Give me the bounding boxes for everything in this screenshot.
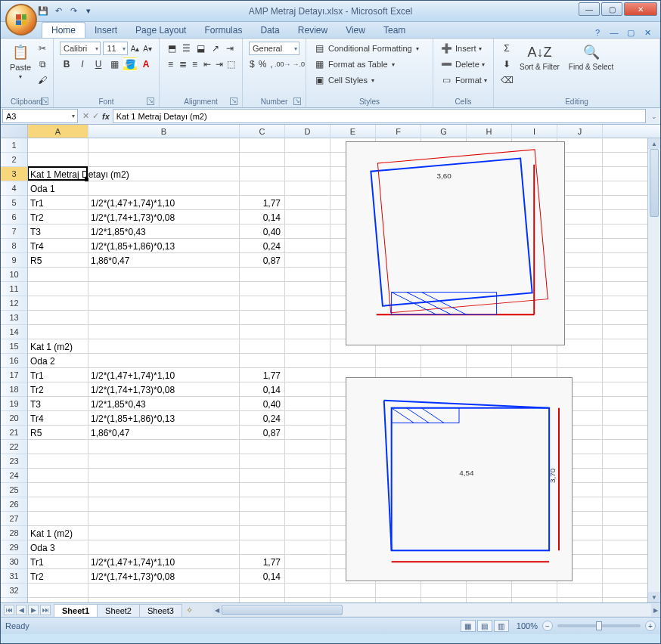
col-header-J[interactable]: J bbox=[557, 125, 603, 138]
hscroll-thumb[interactable] bbox=[222, 605, 343, 615]
row-header[interactable]: 21 bbox=[1, 426, 27, 440]
align-bottom-button[interactable]: ⬓ bbox=[194, 42, 206, 55]
wrap-text-button[interactable]: ⇥ bbox=[224, 42, 236, 55]
sheet-nav-next-icon[interactable]: ▶ bbox=[28, 605, 39, 615]
percent-format-button[interactable]: % bbox=[258, 57, 268, 71]
cell[interactable]: 1/2*(1,47+1,74)*1,10 bbox=[88, 368, 240, 382]
row-header[interactable]: 17 bbox=[1, 368, 27, 382]
align-center-button[interactable]: ≣ bbox=[178, 57, 188, 71]
doc-close-icon[interactable]: ✕ bbox=[642, 27, 653, 38]
cell[interactable]: Tr2 bbox=[28, 210, 88, 224]
scroll-right-icon[interactable]: ▶ bbox=[651, 604, 660, 616]
copy-button[interactable]: ⧉ bbox=[36, 57, 49, 71]
scroll-left-icon[interactable]: ◀ bbox=[213, 604, 222, 616]
tab-team[interactable]: Team bbox=[374, 23, 414, 38]
row-header[interactable]: 20 bbox=[1, 411, 27, 426]
qat-save-icon[interactable]: 💾 bbox=[37, 5, 49, 17]
cell[interactable]: 0,24 bbox=[240, 411, 285, 426]
close-button[interactable]: ✕ bbox=[624, 2, 657, 16]
cell[interactable]: 1/2*(1,74+1,73)*0,08 bbox=[88, 210, 240, 224]
cell-styles-button[interactable]: ▣Cell Styles▾ bbox=[312, 73, 427, 87]
cell[interactable]: 0,14 bbox=[240, 210, 285, 224]
tab-data[interactable]: Data bbox=[251, 23, 288, 38]
sheet-nav-prev-icon[interactable]: ◀ bbox=[16, 605, 26, 615]
cell[interactable]: Kat 1 (m2) bbox=[28, 526, 88, 540]
sheet-tab-3[interactable]: Sheet3 bbox=[139, 604, 182, 617]
formula-input[interactable]: Kat 1 Metraj Detayı (m2) bbox=[113, 109, 646, 123]
cell[interactable]: Tr4 bbox=[28, 411, 88, 426]
sheet-nav-last-icon[interactable]: ⏭ bbox=[40, 605, 51, 615]
qat-undo-icon[interactable]: ↶ bbox=[52, 5, 64, 17]
clear-button[interactable]: ⌫ bbox=[500, 73, 514, 87]
italic-button[interactable]: I bbox=[76, 57, 89, 71]
sort-filter-button[interactable]: A↓ZSort & Filter bbox=[517, 42, 563, 87]
cell[interactable]: 1/2*(1,85+1,86)*0,13 bbox=[88, 239, 240, 253]
row-header[interactable]: 5 bbox=[1, 196, 27, 210]
align-middle-button[interactable]: ☰ bbox=[180, 42, 192, 55]
conditional-formatting-button[interactable]: ▤Conditional Formatting▾ bbox=[312, 42, 427, 55]
align-left-button[interactable]: ≡ bbox=[166, 57, 175, 71]
doc-restore-icon[interactable]: ▢ bbox=[625, 27, 636, 38]
cell[interactable]: Oda 1 bbox=[28, 181, 88, 196]
fx-icon[interactable]: fx bbox=[102, 112, 110, 121]
qat-customize-icon[interactable]: ▾ bbox=[82, 5, 95, 17]
row-header[interactable]: 15 bbox=[1, 339, 27, 354]
sheet-tab-1[interactable]: Sheet1 bbox=[54, 604, 98, 617]
cell[interactable]: Oda 3 bbox=[28, 540, 88, 555]
font-color-button[interactable]: A bbox=[139, 57, 153, 71]
row-header[interactable]: 1 bbox=[1, 138, 27, 153]
row-header[interactable]: 14 bbox=[1, 325, 27, 339]
cell[interactable]: Tr1 bbox=[28, 555, 88, 569]
cancel-formula-icon[interactable]: ✕ bbox=[82, 111, 89, 121]
grow-font-button[interactable]: A▴ bbox=[130, 42, 141, 55]
cells-area[interactable]: 3,60 4,54 3,70 Kat 1 Metraj Detayı (m2)O… bbox=[28, 138, 647, 602]
align-right-button[interactable]: ≡ bbox=[190, 57, 200, 71]
col-header-G[interactable]: G bbox=[421, 125, 467, 138]
cell[interactable]: Tr1 bbox=[28, 196, 88, 210]
cell[interactable]: 1,77 bbox=[240, 196, 285, 210]
font-name-combo[interactable]: Calibri▾ bbox=[60, 42, 101, 55]
enter-formula-icon[interactable]: ✓ bbox=[92, 111, 99, 121]
delete-cells-button[interactable]: ➖Delete▾ bbox=[439, 57, 487, 71]
increase-decimal-button[interactable]: .00→ bbox=[276, 57, 290, 71]
cell[interactable]: T3 bbox=[28, 224, 88, 239]
col-header-E[interactable]: E bbox=[330, 125, 376, 138]
find-select-button[interactable]: 🔍Find & Select bbox=[566, 42, 616, 87]
font-size-combo[interactable]: 11▾ bbox=[103, 42, 127, 55]
cell[interactable]: Tr2 bbox=[28, 382, 88, 397]
row-header[interactable]: 29 bbox=[1, 540, 27, 555]
sheet-tab-2[interactable]: Sheet2 bbox=[97, 604, 140, 617]
format-as-table-button[interactable]: ▦Format as Table▾ bbox=[312, 57, 427, 71]
font-launcher-icon[interactable]: ↘ bbox=[147, 98, 154, 105]
view-normal-icon[interactable]: ▦ bbox=[461, 620, 476, 632]
col-header-H[interactable]: H bbox=[467, 125, 512, 138]
cell[interactable]: 1,77 bbox=[240, 555, 285, 569]
cell[interactable]: 1,77 bbox=[240, 368, 285, 382]
row-header[interactable]: 26 bbox=[1, 497, 27, 512]
cell[interactable]: 0,40 bbox=[240, 224, 285, 239]
cell[interactable]: 1,86*0,47 bbox=[88, 253, 240, 268]
new-sheet-icon[interactable]: ✧ bbox=[182, 605, 197, 615]
cell[interactable]: Kat 1 (m2) bbox=[28, 339, 88, 354]
alignment-launcher-icon[interactable]: ↘ bbox=[230, 98, 237, 105]
border-button[interactable]: ▦ bbox=[107, 57, 121, 71]
fill-color-button[interactable]: 🪣 bbox=[123, 57, 137, 71]
minimize-button[interactable]: — bbox=[579, 2, 600, 16]
cell[interactable]: 0,14 bbox=[240, 382, 285, 397]
underline-button[interactable]: U bbox=[92, 57, 105, 71]
row-header[interactable]: 3 bbox=[1, 167, 27, 181]
col-header-A[interactable]: A bbox=[28, 125, 88, 138]
expand-formula-bar-icon[interactable]: ⌄ bbox=[647, 108, 660, 124]
decrease-indent-button[interactable]: ⇤ bbox=[202, 57, 212, 71]
cell[interactable]: 1/2*1,85*0,43 bbox=[88, 224, 240, 239]
tab-insert[interactable]: Insert bbox=[85, 23, 126, 38]
cell[interactable]: 0,40 bbox=[240, 397, 285, 411]
col-header-F[interactable]: F bbox=[376, 125, 421, 138]
zoom-in-button[interactable]: + bbox=[645, 621, 656, 631]
row-header[interactable]: 31 bbox=[1, 569, 27, 584]
cell[interactable]: 1/2*(1,47+1,74)*1,10 bbox=[88, 196, 240, 210]
row-header[interactable]: 10 bbox=[1, 268, 27, 282]
row-header[interactable]: 30 bbox=[1, 555, 27, 569]
qat-redo-icon[interactable]: ↷ bbox=[67, 5, 79, 17]
scroll-up-icon[interactable]: ▲ bbox=[648, 138, 660, 149]
